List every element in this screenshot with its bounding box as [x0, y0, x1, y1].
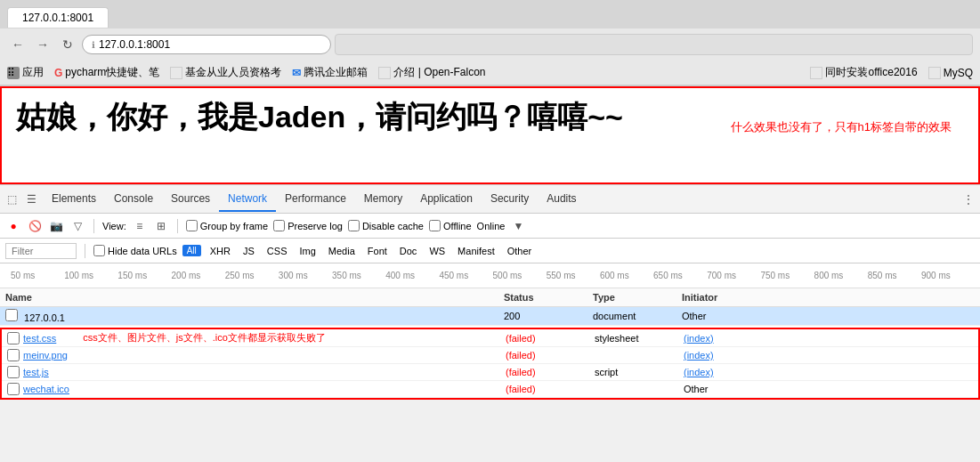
bookmark-falcon-label: 介绍 | Open-Falcon: [393, 65, 485, 80]
bookmark-fund-label: 基金从业人员资格考: [185, 65, 281, 80]
filter-doc[interactable]: Doc: [396, 245, 421, 257]
row-type: stylesheet: [595, 333, 684, 344]
table-row[interactable]: wechat.ico (failed) Other: [2, 381, 978, 398]
bookmark-office[interactable]: 同时安装office2016: [810, 65, 917, 80]
preserve-log-check[interactable]: Preserve log: [273, 220, 343, 231]
timeline-labels: 50 ms 100 ms 150 ms 200 ms 250 ms 300 ms…: [5, 271, 980, 280]
offline-input[interactable]: [429, 220, 441, 231]
disable-cache-label: Disable cache: [362, 221, 424, 231]
tl-650: 650 ms: [653, 271, 707, 280]
bookmark-office-label: 同时安装office2016: [825, 65, 917, 80]
timeline-bar: 50 ms 100 ms 150 ms 200 ms 250 ms 300 ms…: [0, 263, 980, 288]
tl-250: 250 ms: [225, 271, 279, 280]
row-status: (failed): [506, 384, 595, 394]
back-button[interactable]: ←: [7, 34, 28, 55]
row-filename: test.css: [23, 333, 56, 344]
filter-icon[interactable]: ▽: [69, 218, 85, 234]
filter-ws[interactable]: WS: [425, 245, 449, 257]
row-name: test.css css文件、图片文件、js文件、.ico文件都显示获取失败了: [7, 331, 506, 344]
apps-icon: ⠿: [7, 67, 20, 79]
offline-check[interactable]: Offline: [429, 220, 472, 231]
page-annotation: 什么效果也没有了，只有h1标签自带的效果: [731, 119, 952, 135]
filter-manifest[interactable]: Manifest: [454, 245, 498, 257]
filter-xhr[interactable]: XHR: [207, 245, 234, 257]
row-checkbox[interactable]: [7, 383, 20, 395]
bookmark-fund[interactable]: 基金从业人员资格考: [170, 65, 281, 80]
bookmark-pycharm[interactable]: G pycharm快捷键、笔: [54, 65, 159, 80]
cursor-icon[interactable]: ☰: [23, 191, 39, 207]
col-status: Status: [504, 292, 593, 303]
row-checkbox[interactable]: [7, 349, 20, 361]
reload-button[interactable]: ↻: [57, 34, 78, 55]
filter-js[interactable]: JS: [239, 245, 258, 257]
sep2: [177, 219, 178, 233]
view-grid-icon[interactable]: ⊞: [153, 218, 169, 234]
network-toolbar: ● 🚫 📷 ▽ View: ≡ ⊞ Group by frame Preserv…: [0, 214, 980, 239]
more-options-icon[interactable]: ⋮: [960, 191, 976, 207]
bookmark-falcon[interactable]: 介绍 | Open-Falcon: [378, 65, 485, 80]
inspect-icon[interactable]: ⬚: [4, 191, 20, 207]
tl-850: 850 ms: [868, 271, 921, 280]
view-list-icon[interactable]: ≡: [132, 218, 148, 234]
row-checkbox[interactable]: [7, 332, 20, 344]
browser-tab[interactable]: 127.0.0.1:8001: [7, 7, 109, 28]
throttle-icon[interactable]: ▼: [510, 218, 526, 234]
tl-600: 600 ms: [600, 271, 653, 280]
tab-network[interactable]: Network: [219, 187, 276, 212]
group-by-frame-input[interactable]: [186, 220, 198, 231]
tab-bar: 127.0.0.1:8001: [0, 0, 980, 28]
row-status: (failed): [506, 333, 595, 344]
tab-console[interactable]: Console: [105, 187, 162, 212]
bookmark-mysql[interactable]: MySQ: [928, 67, 973, 79]
filter-img[interactable]: Img: [296, 245, 319, 257]
camera-icon[interactable]: 📷: [48, 218, 64, 234]
tl-900: 900 ms: [921, 271, 975, 280]
row-checkbox[interactable]: [7, 366, 20, 378]
table-row[interactable]: test.css css文件、图片文件、js文件、.ico文件都显示获取失败了 …: [2, 329, 978, 347]
bookmarks-bar: ⠿ 应用 G pycharm快捷键、笔 基金从业人员资格考 ✉ 腾讯企业邮箱 介…: [0, 61, 980, 85]
tl-550: 550 ms: [547, 271, 600, 280]
row-filename: 127.0.0.1: [24, 312, 65, 323]
hide-data-urls-label: Hide data URLs: [108, 246, 177, 256]
disable-cache-input[interactable]: [348, 220, 360, 231]
devtools-panel: ⬚ ☰ Elements Console Sources Network Per…: [0, 184, 980, 400]
filter-font[interactable]: Font: [364, 245, 391, 257]
address-box[interactable]: ℹ 127.0.0.1:8001: [82, 35, 331, 54]
tab-memory[interactable]: Memory: [355, 187, 411, 212]
bookmark-tencent[interactable]: ✉ 腾讯企业邮箱: [292, 65, 368, 80]
tab-security[interactable]: Security: [482, 187, 538, 212]
row-checkbox[interactable]: [5, 309, 18, 321]
record-icon[interactable]: ●: [5, 218, 21, 234]
bookmark-apps[interactable]: ⠿ 应用: [7, 65, 44, 80]
disable-cache-check[interactable]: Disable cache: [348, 220, 424, 231]
row-filename: test.js: [23, 367, 49, 377]
tl-50: 50 ms: [11, 271, 64, 280]
forward-button[interactable]: →: [32, 34, 53, 55]
all-filter-btn[interactable]: All: [182, 245, 201, 256]
tab-audits[interactable]: Audits: [538, 187, 585, 212]
hide-data-urls-input[interactable]: [93, 245, 105, 256]
col-initiator: Initiator: [682, 292, 975, 303]
tab-performance[interactable]: Performance: [276, 187, 355, 212]
row-name: test.js: [7, 366, 506, 378]
group-by-frame-check[interactable]: Group by frame: [186, 220, 268, 231]
tl-350: 350 ms: [332, 271, 385, 280]
network-table-header: Name Status Type Initiator: [0, 288, 980, 307]
filter-media[interactable]: Media: [325, 245, 359, 257]
preserve-log-input[interactable]: [273, 220, 285, 231]
hide-data-urls-check[interactable]: Hide data URLs: [93, 245, 177, 256]
table-row[interactable]: test.js (failed) script (index): [2, 364, 978, 381]
office-icon: [810, 67, 822, 79]
clear-icon[interactable]: 🚫: [27, 218, 43, 234]
tab-elements[interactable]: Elements: [43, 187, 105, 212]
tab-application[interactable]: Application: [411, 187, 482, 212]
row-initiator: (index): [684, 350, 973, 361]
filter-css[interactable]: CSS: [263, 245, 291, 257]
table-row[interactable]: 127.0.0.1 200 document Other: [0, 307, 980, 326]
tl-750: 750 ms: [760, 271, 814, 280]
filter-other[interactable]: Other: [504, 245, 536, 257]
table-row[interactable]: meinv.png (failed) (index): [2, 347, 978, 364]
page-content: 姑娘，你好，我是Jaden，请问约吗？嘻嘻~~ 什么效果也没有了，只有h1标签自…: [0, 86, 980, 184]
filter-input[interactable]: [5, 243, 77, 259]
tab-sources[interactable]: Sources: [162, 187, 219, 212]
